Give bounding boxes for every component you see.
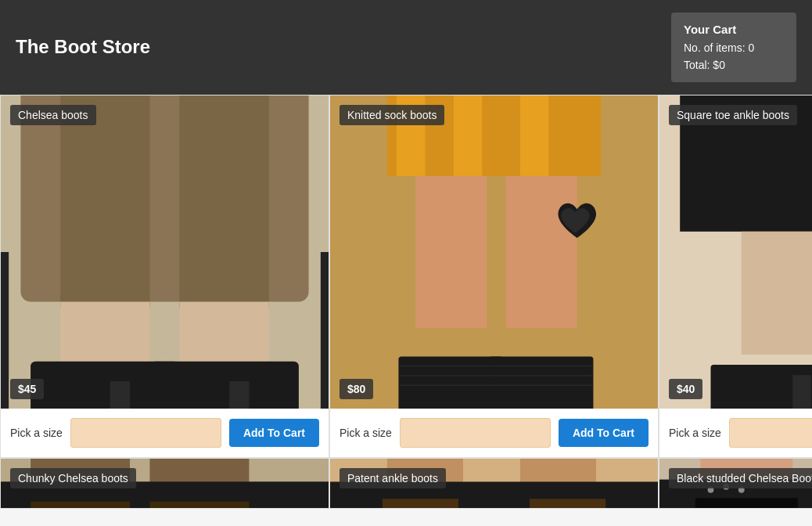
svg-rect-11: [149, 361, 298, 408]
product-card-studded: Black studded Chelsea Boots: [659, 458, 812, 509]
svg-rect-14: [1, 252, 9, 409]
product-card-chunky-chelsea: Chunky Chelsea boots: [0, 458, 329, 509]
pick-size-label-square: Pick a size: [669, 427, 721, 439]
price-badge-knitted: $80: [340, 379, 373, 399]
pick-size-label-chelsea: Pick a size: [10, 427, 63, 439]
svg-rect-44: [792, 375, 811, 409]
product-image-placeholder: [1, 95, 329, 409]
svg-rect-15: [321, 252, 329, 409]
bottom-image-studded: Black studded Chelsea Boots: [659, 459, 812, 508]
cart-summary: Your Cart No. of items: 0 Total: $0: [671, 13, 796, 82]
cart-items-count: No. of items: 0: [684, 39, 784, 56]
category-label-chelsea-boots: Chelsea boots: [10, 105, 96, 125]
svg-rect-65: [695, 498, 798, 508]
svg-rect-3: [180, 95, 269, 312]
price-badge-chelsea-boots: $45: [10, 379, 44, 399]
category-label-chunky: Chunky Chelsea boots: [10, 468, 136, 488]
product-card-patent-ankle: Patent ankle boots: [329, 458, 659, 509]
svg-rect-60: [530, 499, 605, 508]
svg-rect-2: [60, 95, 149, 312]
product-actions-knitted: Pick a size Add To Cart: [330, 409, 658, 457]
pick-size-label-knitted: Pick a size: [340, 427, 392, 439]
bottom-image-patent: Patent ankle boots: [330, 459, 658, 508]
size-input-knitted[interactable]: [400, 418, 551, 448]
svg-rect-20: [520, 95, 548, 176]
product-card-knitted-sock-boots: Knitted sock boots $80 Pick a size Add T…: [329, 95, 659, 458]
store-title: The Boot Store: [16, 36, 150, 58]
svg-rect-30: [489, 356, 594, 408]
product-image-placeholder-square: [659, 95, 812, 409]
svg-rect-53: [31, 502, 130, 508]
category-label-square-toe: Square toe ankle boots: [669, 105, 797, 125]
bottom-image-chunky: Chunky Chelsea boots: [1, 459, 329, 508]
product-image-placeholder-knitted: [330, 95, 658, 409]
cart-title: Your Cart: [684, 20, 784, 39]
svg-rect-19: [454, 95, 482, 176]
site-header: The Boot Store Your Cart No. of items: 0…: [0, 0, 812, 95]
add-to-cart-knitted[interactable]: Add To Cart: [559, 419, 649, 447]
category-label-knitted: Knitted sock boots: [340, 105, 444, 125]
category-label-studded: Black studded Chelsea Boots: [669, 468, 812, 488]
cart-total: Total: $0: [684, 56, 784, 74]
svg-rect-21: [415, 176, 487, 328]
category-label-patent: Patent ankle boots: [340, 468, 446, 488]
product-grid: Chelsea boots $45 Pick a size Add To Car…: [0, 95, 812, 509]
svg-rect-13: [229, 381, 249, 409]
product-image-knitted-sock-boots: Knitted sock boots $80: [330, 95, 658, 409]
svg-rect-22: [506, 176, 577, 328]
svg-rect-54: [149, 502, 249, 508]
product-image-chelsea-boots: Chelsea boots $45: [1, 95, 329, 409]
svg-rect-59: [383, 499, 458, 508]
product-actions-square-toe: Pick a size Add To Cart: [659, 409, 812, 457]
product-actions-chelsea-boots: Pick a size Add To Cart: [1, 409, 329, 457]
size-input-chelsea[interactable]: [70, 418, 221, 448]
product-card-square-toe: Square toe ankle boots $40 Pick a size A…: [659, 95, 812, 458]
svg-rect-9: [110, 381, 130, 409]
svg-rect-24: [398, 356, 503, 408]
size-input-square[interactable]: [729, 418, 812, 448]
product-image-square-toe: Square toe ankle boots $40: [659, 95, 812, 409]
product-card-chelsea-boots: Chelsea boots $45 Pick a size Add To Car…: [0, 95, 329, 458]
add-to-cart-chelsea[interactable]: Add To Cart: [229, 419, 319, 447]
svg-rect-38: [742, 232, 812, 355]
price-badge-square-toe: $40: [669, 379, 702, 399]
